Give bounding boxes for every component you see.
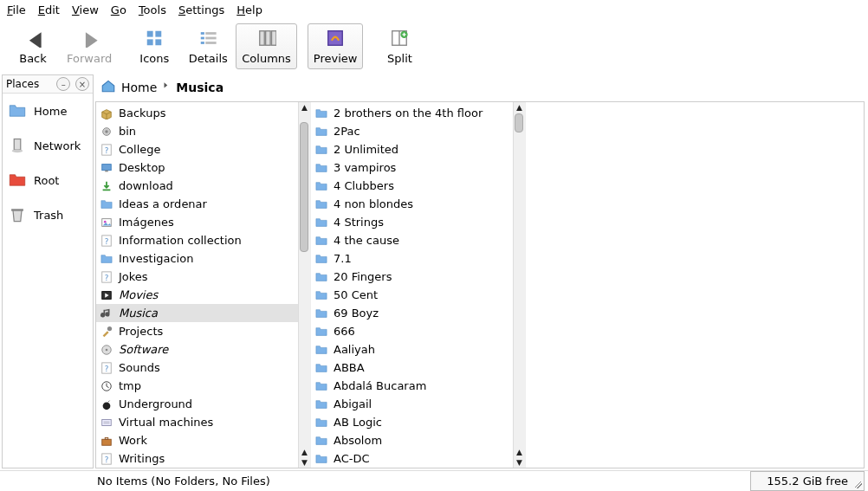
icons-button[interactable]: Icons	[128, 23, 180, 69]
list-item[interactable]: Desktop	[96, 158, 298, 177]
menubar: FileEditViewGoToolsSettingsHelp	[0, 0, 868, 20]
list-item[interactable]: Musica	[96, 304, 298, 322]
scroll-up2-icon[interactable]: ▲	[301, 447, 308, 457]
scroll-up2-icon[interactable]: ▲	[516, 447, 522, 457]
scrollbar[interactable]: ▲ ▲ ▼	[298, 102, 310, 468]
crumb-musica[interactable]: Musica	[176, 81, 223, 94]
list-item[interactable]: Backups	[96, 104, 298, 122]
places-close-icon[interactable]: ×	[75, 77, 89, 91]
menu-tools[interactable]: Tools	[139, 3, 166, 16]
scroll-down-icon[interactable]: ▼	[301, 457, 308, 468]
places-minimize-icon[interactable]: –	[56, 77, 70, 91]
pkg-icon	[100, 107, 113, 120]
list-item[interactable]: 2 Unlimited	[311, 140, 513, 158]
list-item[interactable]: Imágenes	[96, 213, 298, 231]
list-item[interactable]: 69 Boyz	[311, 304, 513, 322]
menu-help[interactable]: Help	[236, 3, 262, 16]
list-item[interactable]: AB Logic	[311, 413, 513, 431]
columns-button[interactable]: Columns	[236, 23, 297, 69]
item-label: Abigail	[334, 397, 372, 410]
list-item[interactable]: College	[96, 140, 298, 158]
menu-settings[interactable]: Settings	[178, 3, 224, 16]
unknown-icon	[100, 271, 113, 283]
list-item[interactable]: 4 the cause	[311, 231, 513, 249]
list-item[interactable]: download	[96, 177, 298, 195]
list-item[interactable]: Writings	[96, 449, 298, 468]
scroll-thumb[interactable]	[300, 122, 308, 252]
item-label: Imágenes	[119, 216, 174, 229]
menu-file[interactable]: File	[7, 3, 26, 16]
list-item[interactable]: Information collection	[96, 231, 298, 249]
statusbar: No Items (No Folders, No Files) 155.2 Gi…	[0, 470, 868, 491]
scroll-down-icon[interactable]: ▼	[516, 457, 522, 468]
list-item[interactable]: 4 non blondes	[311, 195, 513, 213]
place-home[interactable]: Home	[3, 94, 93, 128]
list-item[interactable]: Virtual machines	[96, 413, 298, 431]
list-item[interactable]: Abigail	[311, 395, 513, 413]
list-item[interactable]: 666	[311, 322, 513, 340]
preview-button[interactable]: Preview	[308, 23, 364, 69]
item-label: bin	[119, 125, 136, 138]
vm-icon	[100, 417, 113, 429]
list-item[interactable]: Projects	[96, 322, 298, 340]
place-trash[interactable]: Trash	[3, 197, 93, 232]
list-item[interactable]: 7.1	[311, 249, 513, 268]
list-item[interactable]: Abdalá Bucaram	[311, 377, 513, 395]
chevron-right-icon	[162, 81, 171, 94]
list-item[interactable]: Underground	[96, 395, 298, 413]
list-item[interactable]: Investigacion	[96, 249, 298, 268]
item-label: Writings	[119, 452, 165, 465]
list-item[interactable]: ABBA	[311, 359, 513, 377]
arrow-left-icon	[23, 28, 43, 48]
audio-icon	[100, 307, 113, 320]
scrollbar[interactable]: ▲ ▲ ▼	[513, 102, 525, 468]
list-item[interactable]: tmp	[96, 377, 298, 395]
split-icon	[389, 28, 410, 48]
menu-edit[interactable]: Edit	[38, 3, 60, 16]
list-item[interactable]: Movies	[96, 286, 298, 304]
list-item[interactable]: Aaliyah	[311, 340, 513, 359]
back-button[interactable]: Back	[7, 23, 59, 69]
list-item[interactable]: Jokes	[96, 268, 298, 286]
menu-view[interactable]: View	[72, 3, 99, 16]
item-label: 50 Cent	[334, 288, 378, 301]
preview-icon	[325, 28, 346, 48]
list-item[interactable]: 4 Clubbers	[311, 177, 513, 195]
list-item[interactable]: AC-DC	[311, 449, 513, 468]
list-item[interactable]: Ideas a ordenar	[96, 195, 298, 213]
crumb-home[interactable]: Home	[121, 81, 157, 94]
place-network[interactable]: Network	[3, 128, 93, 163]
icons-label: Icons	[139, 52, 169, 65]
list-item[interactable]: 2Pac	[311, 122, 513, 140]
list-item[interactable]: 3 vampiros	[311, 158, 513, 177]
arrow-right-icon	[79, 28, 100, 48]
folder-icon	[314, 362, 328, 374]
list-item[interactable]: 50 Cent	[311, 286, 513, 304]
list-item[interactable]: Absolom	[311, 431, 513, 449]
item-label: College	[119, 143, 161, 156]
menu-go[interactable]: Go	[111, 3, 126, 16]
places-title: Places	[6, 78, 39, 90]
details-button[interactable]: Details	[182, 23, 234, 69]
list-item[interactable]: Sounds	[96, 359, 298, 377]
scroll-up-icon[interactable]: ▲	[301, 102, 308, 113]
scroll-up-icon[interactable]: ▲	[516, 102, 522, 113]
folder-icon	[314, 398, 328, 410]
home-icon[interactable]	[100, 78, 116, 96]
split-button[interactable]: Split	[373, 23, 425, 69]
list-item[interactable]: 2 brothers on the 4th floor	[311, 104, 513, 122]
folder-icon	[314, 253, 328, 265]
place-root[interactable]: Root	[3, 163, 93, 197]
list-item[interactable]: bin	[96, 122, 298, 140]
item-label: AB Logic	[334, 416, 382, 429]
item-label: Ideas a ordenar	[119, 197, 207, 210]
item-label: 2Pac	[334, 125, 360, 138]
list-item[interactable]: Work	[96, 431, 298, 449]
list-item[interactable]: Software	[96, 340, 298, 359]
list-item[interactable]: 20 Fingers	[311, 268, 513, 286]
folder-icon	[314, 453, 328, 465]
folder-icon	[314, 180, 328, 192]
list-item[interactable]: 4 Strings	[311, 213, 513, 231]
scroll-thumb[interactable]	[515, 113, 523, 132]
folder-icon	[314, 235, 328, 247]
